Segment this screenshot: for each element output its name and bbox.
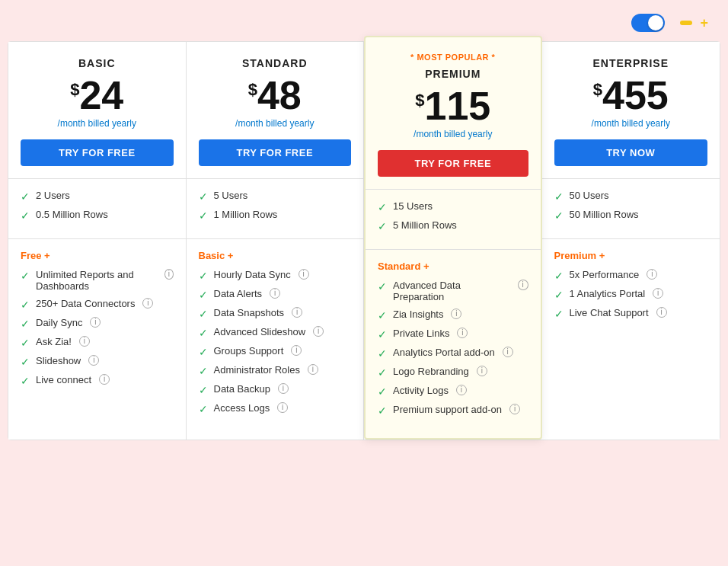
extras-section-basic: Free +✓Unlimited Reports and Dashboardsi… [8,239,186,408]
feature-label: Advanced Slideshow [214,326,306,337]
plan-name-enterprise: ENTERPRISE [554,57,708,69]
rows-label: 5 Million Rows [393,219,457,231]
users-item-premium: ✓15 Users [378,200,528,213]
list-item: ✓Data Backupi [199,383,352,396]
plan-billing-standard: /month billed yearly [199,118,352,129]
info-icon[interactable]: i [456,385,467,395]
list-item: ✓250+ Data Connectorsi [21,298,174,311]
users-label: 50 Users [570,190,609,201]
rows-item-standard: ✓1 Million Rows [199,209,352,222]
check-icon: ✓ [378,220,387,232]
info-icon[interactable]: i [90,317,101,328]
info-icon[interactable]: i [503,347,513,357]
check-icon: ✓ [21,356,30,368]
extras-section-enterprise: Premium +✓5x Performancei✓1 Analytics Po… [542,239,720,341]
list-item: ✓Advanced Data Preparationi [378,280,528,302]
feature-label: 1 Analytics Portal [570,288,646,299]
list-item: ✓Hourly Data Synci [199,269,352,282]
info-icon[interactable]: i [88,355,99,366]
tier-label-enterprise: Premium + [554,250,708,261]
price-amount-standard: 48 [257,75,302,115]
check-icon: ✓ [21,375,30,387]
tier-label-premium: Standard + [378,261,528,272]
list-item: ✓1 Analytics Portali [554,288,708,301]
plan-price-standard: $48 [199,75,352,115]
info-icon[interactable]: i [277,402,288,413]
check-icon: ✓ [378,347,387,360]
plan-billing-enterprise: /month billed yearly [554,118,708,129]
check-icon: ✓ [378,328,387,341]
feature-label: Groups Support [214,345,284,357]
plan-header-standard: STANDARD$48/month billed yearlyTRY FOR F… [187,42,364,179]
check-icon: ✓ [199,365,208,377]
check-icon: ✓ [199,209,208,222]
info-icon[interactable]: i [313,326,324,337]
check-icon: ✓ [21,318,30,330]
list-item: ✓Live connecti [21,374,174,387]
check-icon: ✓ [21,299,30,311]
plan-price-enterprise: $455 [554,75,708,115]
info-icon[interactable]: i [653,288,663,299]
tier-label-standard: Basic + [199,250,352,261]
price-amount-enterprise: 455 [602,75,669,115]
list-item: ✓Unlimited Reports and Dashboardsi [21,269,174,292]
users-label: 5 Users [214,190,248,201]
feature-label: 250+ Data Connectors [36,298,135,309]
features-section-enterprise: ✓50 Users✓50 Million Rows [542,179,720,239]
info-icon[interactable]: i [308,364,318,375]
check-icon: ✓ [199,403,208,415]
check-icon: ✓ [378,309,387,321]
plan-col-enterprise: ENTERPRISE$455/month billed yearlyTRY NO… [542,42,720,440]
feature-label: Daily Sync [36,317,82,328]
info-icon[interactable]: i [509,404,520,414]
features-section-basic: ✓2 Users✓0.5 Million Rows [8,179,186,239]
info-icon[interactable]: i [656,307,667,318]
rows-item-enterprise: ✓50 Million Rows [554,209,708,222]
info-icon[interactable]: i [477,366,487,376]
list-item: ✓Advanced Slideshowi [199,326,352,339]
info-icon[interactable]: i [270,288,280,299]
info-icon[interactable]: i [647,269,657,280]
info-icon[interactable]: i [299,269,309,280]
list-item: ✓Analytics Portal add-oni [378,347,528,360]
billing-toggle[interactable] [631,14,665,32]
plan-name-premium: PREMIUM [378,68,528,80]
save-badge [680,21,692,25]
check-icon: ✓ [21,270,30,282]
list-item: ✓Private Linksi [378,328,528,341]
price-amount-premium: 115 [424,86,490,126]
check-icon: ✓ [554,209,564,222]
info-icon[interactable]: i [278,383,289,394]
plan-header-basic: BASIC$24/month billed yearlyTRY FOR FREE [8,42,186,179]
users-label: 15 Users [393,200,433,212]
info-icon[interactable]: i [457,328,468,338]
feature-label: Activity Logs [393,385,449,396]
feature-label: Unlimited Reports and Dashboards [36,269,157,292]
list-item: ✓Administrator Rolesi [199,364,352,377]
feature-label: Premium support add-on [393,404,502,415]
users-label: 2 Users [36,190,70,201]
cta-button-basic[interactable]: TRY FOR FREE [21,139,174,166]
cta-button-premium[interactable]: TRY FOR FREE [378,150,528,177]
users-item-enterprise: ✓50 Users [554,190,708,203]
check-icon: ✓ [21,209,30,222]
info-icon[interactable]: i [79,336,90,347]
info-icon[interactable]: i [142,298,153,309]
check-icon: ✓ [21,337,30,349]
info-icon[interactable]: i [292,307,302,318]
list-item: ✓Logo Rebrandingi [378,366,528,379]
list-item: ✓Activity Logsi [378,385,528,398]
check-icon: ✓ [199,190,208,203]
cta-button-standard[interactable]: TRY FOR FREE [199,139,352,166]
info-icon[interactable]: i [518,280,528,290]
info-icon[interactable]: i [99,374,110,385]
info-icon[interactable]: i [451,309,461,319]
info-icon[interactable]: i [164,269,173,280]
cta-button-enterprise[interactable]: TRY NOW [554,139,708,166]
info-icon[interactable]: i [291,345,302,356]
list-item: ✓Slideshowi [21,355,174,368]
check-icon: ✓ [378,405,387,417]
list-item: ✓5x Performancei [554,269,708,282]
check-icon: ✓ [199,384,208,396]
list-item: ✓Premium support add-oni [378,404,528,417]
